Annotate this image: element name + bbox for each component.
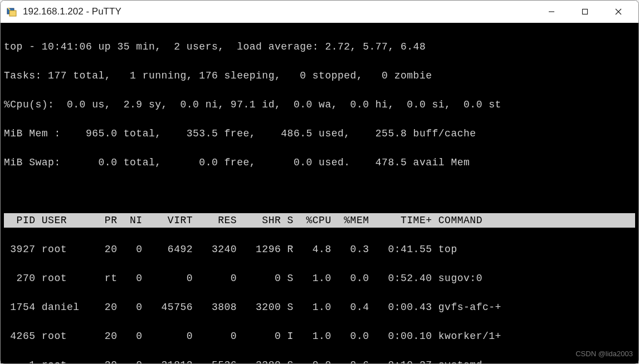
top-tasks-line: Tasks: 177 total, 1 running, 176 sleepin…	[4, 68, 635, 83]
top-swap-line: MiB Swap: 0.0 total, 0.0 free, 0.0 used.…	[4, 155, 635, 170]
watermark: CSDN @lida2003	[575, 347, 633, 361]
window-controls	[535, 1, 635, 23]
process-row: 4265 root 20 0 0 0 0 I 1.0 0.0 0:00.10 k…	[4, 329, 635, 343]
top-summary-line: top - 10:41:06 up 35 min, 2 users, load …	[4, 40, 635, 54]
terminal-pane[interactable]: top - 10:41:06 up 35 min, 2 users, load …	[1, 23, 638, 363]
top-cpu-line: %Cpu(s): 0.0 us, 2.9 sy, 0.0 ni, 97.1 id…	[4, 97, 635, 112]
process-header: PID USER PR NI VIRT RES SHR S %CPU %MEM …	[4, 213, 635, 228]
process-row: 3927 root 20 0 6492 3240 1296 R 4.8 0.3 …	[4, 242, 635, 257]
blank-line	[4, 184, 635, 199]
minimize-button[interactable]	[535, 1, 568, 23]
window-title: 192.168.1.202 - PuTTY	[23, 6, 535, 17]
maximize-button[interactable]	[568, 1, 602, 23]
process-row: 1 root 20 0 31812 5536 3380 S 0.0 0.6 0:…	[4, 358, 635, 363]
svg-rect-4	[583, 9, 588, 14]
putty-icon	[6, 6, 17, 17]
svg-rect-1	[9, 11, 16, 16]
putty-window: 192.168.1.202 - PuTTY top - 10:41:06 up …	[0, 0, 639, 364]
close-button[interactable]	[602, 1, 635, 23]
process-row: 1754 daniel 20 0 45756 3808 3200 S 1.0 0…	[4, 300, 635, 314]
titlebar[interactable]: 192.168.1.202 - PuTTY	[1, 1, 638, 23]
top-mem-line: MiB Mem : 965.0 total, 353.5 free, 486.5…	[4, 126, 635, 141]
process-row: 270 root rt 0 0 0 0 S 1.0 0.0 0:52.40 su…	[4, 271, 635, 286]
